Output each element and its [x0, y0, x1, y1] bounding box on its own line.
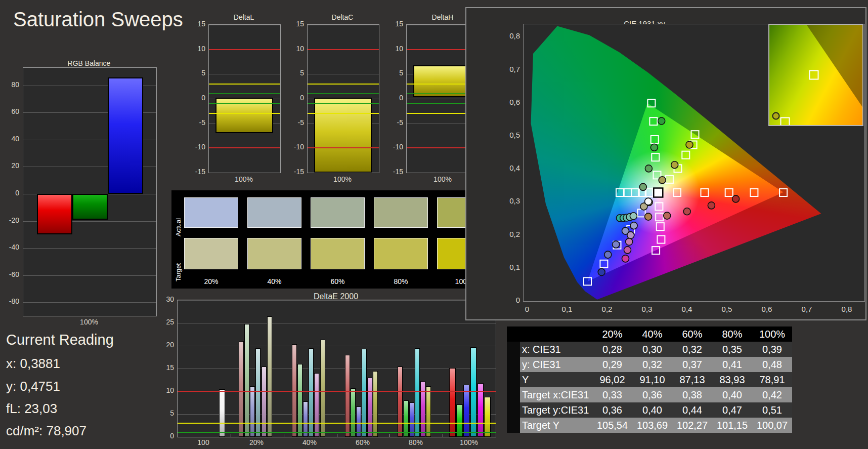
- measurement-dot-marker: [686, 141, 693, 148]
- swatch-comparison-panel[interactable]: Actual Target 20%40%60%80%100%: [171, 190, 496, 289]
- rgb-balance-xlabel: 100%: [80, 318, 98, 326]
- target-square-marker: [701, 189, 709, 196]
- ytick-label: 80: [2, 80, 19, 89]
- ytick-label: 15: [386, 20, 403, 28]
- deltaC-xlabel: 100%: [333, 175, 352, 183]
- table-cell: 91,10: [632, 372, 672, 387]
- gridline: [178, 346, 496, 346]
- target-square-marker: [647, 99, 655, 107]
- cie-ytick-label: 0: [498, 296, 520, 304]
- target-square-marker: [725, 189, 733, 196]
- table-cell: 0,42: [752, 387, 792, 402]
- table-column-header: 20%: [592, 326, 632, 342]
- deltaE-bar: [219, 389, 225, 437]
- deltaE-bar: [345, 355, 350, 437]
- cie-xtick-label: 0,2: [597, 305, 617, 313]
- table-cell: 78,91: [752, 372, 792, 387]
- table-cell: 0,40: [712, 387, 752, 402]
- table-cell: 0,40: [632, 402, 672, 418]
- rgb-balance-plot: [23, 67, 157, 316]
- reference-line: [209, 84, 280, 85]
- axis-tick: [337, 434, 337, 437]
- ytick-label: -15: [287, 168, 304, 176]
- table-row-label: Target Y: [520, 418, 592, 433]
- target-square-marker: [652, 247, 660, 254]
- gridline: [178, 369, 496, 369]
- table-column-header: 80%: [712, 326, 752, 342]
- ytick-label: -80: [2, 297, 19, 305]
- table-column-header: 100%: [752, 326, 792, 342]
- reference-line: [308, 49, 379, 50]
- target-square-marker: [651, 136, 659, 143]
- deltaE-bar: [373, 371, 378, 437]
- table-column-header: 60%: [672, 326, 712, 342]
- gridline: [308, 25, 379, 25]
- cie-xtick-label: 0,1: [557, 305, 577, 313]
- cie-xtick-label: 0,5: [717, 305, 737, 313]
- deltaE-bar: [398, 366, 403, 437]
- ytick-label: 40: [2, 135, 19, 143]
- table-cell: 0,39: [752, 342, 792, 357]
- deltaE2000-plot: [177, 300, 496, 437]
- measurement-dot-marker: [639, 183, 646, 190]
- target-square-marker: [624, 189, 632, 196]
- target-square-marker: [649, 117, 657, 125]
- saturation-table[interactable]: 20%40%60%80%100%x: CIE310,280,300,320,35…: [507, 326, 792, 433]
- deltaE-bar: [244, 324, 249, 437]
- table-row: Target x:CIE310,330,360,380,400,42: [507, 387, 792, 402]
- reading-fl: fL: 23,03: [6, 401, 114, 417]
- ytick-label: 20: [157, 341, 174, 349]
- table-cell: 0,35: [712, 342, 752, 357]
- rgb-bar-red: [37, 194, 72, 234]
- deltaE-group-label: 100: [197, 438, 209, 446]
- ytick-label: -60: [2, 270, 19, 278]
- reference-line: [178, 391, 496, 392]
- ytick-label: 20: [2, 161, 19, 170]
- target-swatch: [247, 238, 301, 269]
- gridline: [23, 275, 156, 276]
- cie-ytick-label: 0,3: [498, 196, 520, 205]
- reference-line: [308, 93, 379, 94]
- table-cell: 0,48: [752, 357, 792, 372]
- target-square-marker: [584, 277, 591, 285]
- deltaH-title: DeltaH: [432, 13, 454, 21]
- table-cell: 0,32: [672, 342, 712, 357]
- measurement-dot-marker: [671, 161, 678, 169]
- table-cell: 105,54: [592, 418, 632, 433]
- target-square-marker: [682, 151, 689, 159]
- deltaH-xlabel: 100%: [433, 175, 452, 183]
- table-cell: 100,07: [752, 418, 792, 433]
- page-title: Saturation Sweeps: [13, 8, 183, 31]
- cie-1931-panel[interactable]: CIE 1931 xy 00,10,20,30,40,50,60,70,8 00…: [465, 7, 866, 320]
- cie-xtick-label: 0,3: [637, 305, 657, 313]
- ytick-label: 0: [157, 432, 174, 440]
- reference-line: [178, 423, 496, 424]
- table-column-header: 40%: [632, 326, 672, 342]
- deltaE-bar: [250, 386, 255, 437]
- table-header-row: 20%40%60%80%100%: [507, 326, 792, 342]
- measurement-dot-marker: [626, 238, 633, 246]
- measurement-dot-marker: [624, 247, 631, 254]
- swatch-column-label: 80%: [394, 277, 408, 285]
- cie-xtick-label: 0: [517, 305, 537, 313]
- measurement-dot-marker: [650, 144, 658, 151]
- table-row-label: y: CIE31: [520, 357, 592, 372]
- table-cell: 0,47: [712, 402, 752, 418]
- gridline: [209, 25, 280, 25]
- deltaE-bar: [420, 381, 425, 437]
- cie-xtick-label: 0,8: [837, 305, 857, 313]
- cie-xtick-label: 0,7: [797, 305, 817, 313]
- table-cell: 83,93: [712, 372, 752, 387]
- table-row: Target Y105,54103,69102,27101,15100,07: [507, 418, 792, 433]
- axis-tick: [389, 434, 390, 437]
- target-square-marker: [666, 176, 673, 183]
- target-swatch: [184, 238, 238, 269]
- table-cell: 0,32: [632, 357, 672, 372]
- table-cell: 0,51: [752, 402, 792, 418]
- table-row: x: CIE310,280,300,320,350,39: [507, 342, 792, 357]
- reference-line: [209, 147, 280, 148]
- deltaE-group-label: 100%: [460, 438, 478, 446]
- ytick-label: 25: [157, 318, 174, 326]
- cie-zoom-inset[interactable]: [768, 24, 863, 126]
- table-row: Target y:CIE310,360,400,440,470,51: [507, 402, 792, 418]
